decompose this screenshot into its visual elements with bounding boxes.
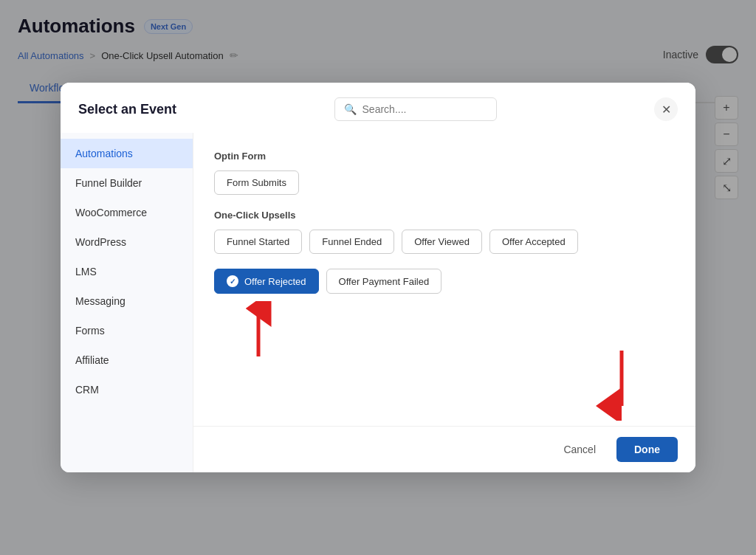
- cancel-button[interactable]: Cancel: [551, 438, 608, 461]
- modal-body: Automations Funnel Builder WooCommerce W…: [61, 133, 695, 472]
- offer-rejected-button[interactable]: ✓ Offer Rejected: [214, 269, 319, 294]
- sidebar-item-woocommerce[interactable]: WooCommerce: [61, 198, 193, 227]
- search-input[interactable]: [362, 103, 487, 115]
- sidebar-item-messaging[interactable]: Messaging: [61, 286, 193, 316]
- modal-header: Select an Event 🔍 ✕: [61, 83, 695, 133]
- funnel-ended-button[interactable]: Funnel Ended: [309, 230, 394, 254]
- funnel-started-button[interactable]: Funnel Started: [214, 230, 302, 254]
- sidebar-item-lms[interactable]: LMS: [61, 257, 193, 286]
- offer-payment-failed-button[interactable]: Offer Payment Failed: [326, 269, 442, 294]
- sidebar-item-wordpress[interactable]: WordPress: [61, 227, 193, 257]
- arrow-down-done: [592, 347, 651, 421]
- search-box: 🔍: [334, 97, 497, 121]
- modal-footer: Cancel Done: [193, 426, 695, 472]
- modal-title: Select an Event: [78, 102, 176, 117]
- section-title-optin: Optin Form: [214, 151, 675, 162]
- optin-events: Form Submits: [214, 170, 675, 195]
- offer-rejected-label: Offer Rejected: [244, 276, 306, 287]
- sidebar-item-automations[interactable]: Automations: [61, 139, 193, 168]
- sidebar-item-forms[interactable]: Forms: [61, 316, 193, 345]
- modal-sidebar: Automations Funnel Builder WooCommerce W…: [61, 133, 193, 472]
- close-button[interactable]: ✕: [654, 97, 678, 121]
- sidebar-item-crm[interactable]: CRM: [61, 375, 193, 404]
- modal-event-content: Optin Form Form Submits One-Click Upsell…: [193, 133, 695, 472]
- upsell-events-row2: ✓ Offer Rejected Offer Payment Failed: [214, 269, 675, 294]
- search-icon: 🔍: [344, 103, 357, 115]
- sidebar-item-affiliate[interactable]: Affiliate: [61, 345, 193, 375]
- form-submits-button[interactable]: Form Submits: [214, 170, 299, 195]
- select-event-modal: Select an Event 🔍 ✕ Automations Funnel B…: [61, 83, 695, 472]
- upsell-events: Funnel Started Funnel Ended Offer Viewed…: [214, 230, 675, 254]
- done-button[interactable]: Done: [616, 437, 678, 462]
- sidebar-item-funnel-builder[interactable]: Funnel Builder: [61, 168, 193, 198]
- section-title-upsells: One-Click Upsells: [214, 210, 675, 221]
- modal-overlay: Select an Event 🔍 ✕ Automations Funnel B…: [0, 0, 756, 555]
- check-icon: ✓: [227, 275, 238, 287]
- offer-viewed-button[interactable]: Offer Viewed: [402, 230, 482, 254]
- arrow-up-offer-rejected: [236, 301, 281, 360]
- offer-accepted-button[interactable]: Offer Accepted: [489, 230, 578, 254]
